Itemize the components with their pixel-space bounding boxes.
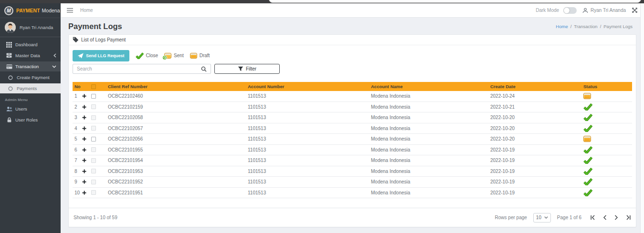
status-close-check-icon bbox=[583, 157, 592, 164]
select-all-checkbox[interactable] bbox=[91, 84, 96, 89]
status-cell bbox=[583, 93, 632, 99]
row-checkbox[interactable] bbox=[91, 190, 96, 195]
status-close-check-icon bbox=[583, 103, 592, 111]
rows-per-page-select[interactable]: 10 bbox=[533, 213, 551, 223]
status-cell bbox=[583, 146, 632, 153]
expand-row-icon[interactable] bbox=[82, 169, 86, 173]
row-checkbox[interactable] bbox=[91, 94, 96, 99]
sidebar-item-user-roles[interactable]: User Roles bbox=[0, 115, 61, 125]
expand-row-icon[interactable] bbox=[82, 180, 86, 184]
create-date-cell: 2022-10-20 bbox=[490, 115, 583, 120]
row-number: 2 bbox=[73, 104, 82, 110]
chevron-left-icon bbox=[53, 53, 56, 58]
legend-sent-label: Sent bbox=[174, 53, 184, 58]
scrollbar[interactable] bbox=[640, 3, 644, 233]
row-checkbox[interactable] bbox=[91, 147, 96, 152]
col-status: Status bbox=[583, 84, 632, 89]
brand-logo-icon: M bbox=[4, 6, 13, 15]
sidebar-item-label: Create Payment bbox=[17, 75, 50, 80]
paper-plane-icon bbox=[77, 53, 84, 59]
sidebar-item-payments[interactable]: Payments bbox=[0, 83, 61, 93]
expand-row-icon[interactable] bbox=[82, 148, 86, 152]
row-checkbox[interactable] bbox=[91, 115, 96, 120]
last-page-button[interactable] bbox=[626, 215, 631, 220]
toggle-knob bbox=[564, 8, 570, 13]
status-close-check-icon bbox=[583, 168, 592, 175]
row-checkbox[interactable] bbox=[91, 104, 96, 109]
account-name-cell: Modena Indonesia bbox=[371, 136, 490, 142]
circle-icon bbox=[7, 86, 14, 91]
brand-link[interactable]: M PAYMENT Modena bbox=[0, 3, 61, 18]
create-date-cell: 2022-10-19 bbox=[490, 190, 583, 195]
breadcrumb-home-link[interactable]: Home bbox=[556, 24, 568, 29]
client-ref-cell: OCBC22101955 bbox=[108, 147, 248, 152]
first-page-button[interactable] bbox=[590, 215, 595, 220]
row-checkbox[interactable] bbox=[91, 169, 96, 173]
card-title: List of Logs Payment bbox=[81, 37, 126, 42]
sidebar-item-transaction[interactable]: Transaction bbox=[0, 61, 61, 71]
status-cell bbox=[583, 178, 632, 185]
status-close-check-icon bbox=[583, 114, 592, 121]
status-cell bbox=[583, 168, 632, 175]
tag-icon bbox=[73, 37, 79, 43]
status-draft-folder-icon bbox=[583, 136, 591, 142]
fullscreen-button[interactable] bbox=[632, 8, 637, 13]
col-client-ref: Client Ref Number bbox=[108, 84, 248, 89]
sidebar-item-dashboard[interactable]: Dashboard bbox=[0, 40, 61, 50]
account-number-cell: 1101513 bbox=[248, 190, 371, 195]
send-llg-request-button[interactable]: Send LLG Request bbox=[73, 50, 129, 61]
legend-close: Close bbox=[136, 52, 158, 59]
topbar-home-link[interactable]: Home bbox=[80, 8, 93, 13]
prev-page-button[interactable] bbox=[603, 215, 607, 220]
dark-mode-toggle[interactable] bbox=[563, 7, 577, 14]
account-number-cell: 1101513 bbox=[248, 136, 371, 142]
legend-draft: Draft bbox=[190, 53, 210, 59]
account-number-cell: 1101513 bbox=[248, 115, 371, 120]
expand-row-icon[interactable] bbox=[82, 158, 86, 162]
expand-row-icon[interactable] bbox=[82, 115, 86, 120]
sidebar-item-label: Master Data bbox=[15, 53, 40, 58]
filter-button[interactable]: Filter bbox=[214, 64, 280, 74]
status-cell bbox=[583, 136, 632, 142]
expand-row-icon[interactable] bbox=[82, 126, 86, 131]
expand-row-icon[interactable] bbox=[82, 137, 86, 141]
sidebar: M PAYMENT Modena Ryan Tri Ananda Dashboa… bbox=[0, 3, 61, 233]
client-ref-cell: OCBC22102058 bbox=[108, 115, 248, 120]
client-ref-cell: OCBC22101954 bbox=[108, 158, 248, 163]
users-icon bbox=[6, 106, 12, 111]
sidebar-item-create-payment[interactable]: Create Payment bbox=[0, 72, 61, 82]
topbar-user-menu[interactable]: Ryan Tri Ananda bbox=[582, 8, 626, 13]
row-number: 3 bbox=[73, 115, 82, 120]
create-date-cell: 2022-10-19 bbox=[490, 158, 583, 163]
expand-row-icon[interactable] bbox=[82, 105, 86, 109]
account-number-cell: 1101513 bbox=[248, 104, 371, 110]
sidebar-item-users[interactable]: Users bbox=[0, 104, 61, 114]
breadcrumb-separator: / bbox=[600, 24, 602, 29]
status-cell bbox=[583, 157, 632, 164]
breadcrumb-transaction: Transaction bbox=[574, 24, 597, 29]
status-close-check-icon bbox=[583, 125, 592, 132]
search-input[interactable] bbox=[73, 66, 201, 71]
next-page-button[interactable] bbox=[614, 215, 618, 220]
sidebar-user[interactable]: Ryan Tri Ananda bbox=[0, 18, 61, 37]
row-checkbox[interactable] bbox=[91, 180, 96, 184]
rows-per-page-value: 10 bbox=[536, 215, 541, 220]
table-row: 3 OCBC22102058 1101513 Modena Indonesia … bbox=[73, 112, 632, 123]
menu-toggle-button[interactable] bbox=[67, 8, 73, 13]
dark-mode-label: Dark Mode bbox=[536, 8, 559, 13]
row-checkbox[interactable] bbox=[91, 158, 96, 163]
account-name-cell: Modena Indonesia bbox=[371, 93, 490, 99]
client-ref-cell: OCBC22102159 bbox=[108, 104, 248, 110]
row-checkbox[interactable] bbox=[91, 137, 96, 142]
expand-row-icon[interactable] bbox=[82, 94, 86, 98]
sidebar-item-label: Dashboard bbox=[15, 42, 37, 47]
row-number: 1 bbox=[73, 93, 82, 99]
sidebar-item-master-data[interactable]: Master Data bbox=[0, 51, 61, 61]
expand-row-icon[interactable] bbox=[82, 191, 86, 195]
user-avatar bbox=[5, 22, 16, 33]
row-checkbox[interactable] bbox=[91, 126, 96, 131]
status-cell bbox=[583, 103, 632, 111]
status-draft-folder-icon bbox=[583, 93, 591, 99]
account-name-cell: Modena Indonesia bbox=[371, 115, 490, 120]
table-row: 10 OCBC22101951 1101513 Modena Indonesia… bbox=[73, 188, 632, 199]
